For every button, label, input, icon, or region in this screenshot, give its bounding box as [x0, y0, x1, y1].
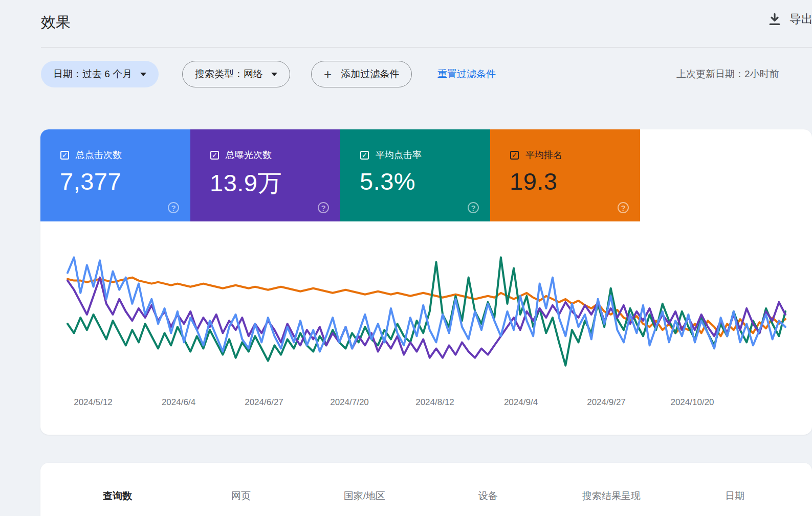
search-type-label: 搜索类型：网络 [195, 68, 263, 81]
metric-label: 平均排名 [525, 149, 562, 161]
dimension-tabs-panel: 查询数 网页 国家/地区 设备 搜索结果呈现 日期 [40, 463, 812, 516]
add-filter-button[interactable]: + 添加过滤条件 [311, 61, 412, 87]
x-axis-tick: 2024/10/20 [670, 397, 714, 408]
export-label: 导出 [789, 11, 812, 27]
header-divider [41, 47, 812, 48]
metric-value: 5.3% [360, 167, 415, 195]
metric-value: 7,377 [60, 167, 121, 195]
search-type-filter-chip[interactable]: 搜索类型：网络 [182, 61, 290, 87]
tab-queries[interactable]: 查询数 [56, 480, 179, 512]
metric-label: 总曝光次数 [226, 149, 272, 161]
last-updated-text: 上次更新日期：2小时前 [676, 61, 779, 87]
metric-value: 19.3 [510, 167, 557, 195]
x-axis-tick: 2024/8/12 [415, 397, 454, 408]
metric-label: 总点击次数 [76, 149, 122, 161]
metric-value: 13.9万 [210, 167, 282, 199]
metric-card-total-impressions[interactable]: ✓ 总曝光次数 13.9万 ? [190, 129, 340, 221]
x-axis-tick: 2024/9/4 [504, 397, 538, 408]
plus-icon: + [324, 68, 332, 81]
performance-panel: ✓ 总点击次数 7,377 ? ✓ 总曝光次数 13.9万 ? ✓ 平均点击率 [40, 129, 812, 435]
x-axis-tick: 2024/5/12 [74, 397, 113, 408]
tab-search-appearance[interactable]: 搜索结果呈现 [550, 480, 673, 512]
metric-cards-row: ✓ 总点击次数 7,377 ? ✓ 总曝光次数 13.9万 ? ✓ 平均点击率 [40, 129, 640, 221]
metric-checkbox[interactable]: ✓ [360, 151, 369, 160]
performance-line-chart[interactable] [68, 234, 785, 389]
tab-pages[interactable]: 网页 [179, 480, 302, 512]
metric-label: 平均点击率 [376, 149, 422, 161]
x-axis-tick: 2024/9/27 [587, 397, 626, 408]
date-filter-chip[interactable]: 日期：过去 6 个月 [41, 61, 159, 87]
x-axis-tick: 2024/6/27 [245, 397, 283, 408]
help-icon[interactable]: ? [168, 202, 179, 213]
x-axis-tick: 2024/6/4 [162, 397, 195, 408]
metric-checkbox[interactable]: ✓ [510, 151, 519, 160]
tab-dates[interactable]: 日期 [673, 480, 797, 512]
metric-card-average-ctr[interactable]: ✓ 平均点击率 5.3% ? [340, 129, 490, 221]
reset-filters-link[interactable]: 重置过滤条件 [437, 61, 496, 87]
x-axis-tick: 2024/7/20 [330, 397, 369, 408]
chevron-down-icon [271, 73, 277, 76]
date-filter-label: 日期：过去 6 个月 [53, 68, 132, 81]
tab-countries[interactable]: 国家/地区 [303, 480, 426, 512]
help-icon[interactable]: ? [618, 202, 629, 213]
chart-canvas [68, 234, 785, 389]
metric-checkbox[interactable]: ✓ [60, 151, 69, 160]
chart-line-总点击次数 [68, 257, 785, 351]
metric-card-average-position[interactable]: ✓ 平均排名 19.3 ? [490, 129, 640, 221]
performance-page: 效果 导出 日期：过去 6 个月 搜索类型：网络 + 添加过滤条件 重置过滤条件… [0, 0, 812, 516]
export-button[interactable]: 导出 [767, 11, 812, 27]
tab-devices[interactable]: 设备 [426, 480, 550, 512]
x-axis-labels: 2024/5/12 2024/6/4 2024/6/27 2024/7/20 2… [68, 397, 785, 410]
help-icon[interactable]: ? [318, 202, 329, 213]
download-icon [767, 12, 782, 27]
page-title: 效果 [41, 12, 71, 33]
metric-checkbox[interactable]: ✓ [210, 151, 219, 160]
add-filter-label: 添加过滤条件 [341, 68, 399, 81]
metric-card-total-clicks[interactable]: ✓ 总点击次数 7,377 ? [40, 129, 190, 221]
chevron-down-icon [140, 73, 146, 76]
help-icon[interactable]: ? [468, 202, 479, 213]
